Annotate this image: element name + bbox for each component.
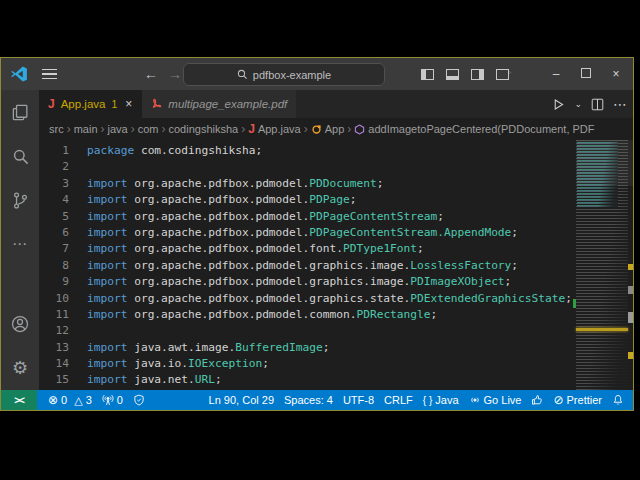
tab-problem-badge: 1 [111,98,117,110]
code-line: 7import org.apache.pdfbox.pdmodel.font.P… [39,241,569,257]
radio-tower-icon [102,394,114,406]
tab-bar: J App.java 1 × multipage_example.pdf ⌄ [39,90,633,118]
code-line: 1package com.codingshiksha; [39,143,569,159]
command-center-search[interactable]: pdfbox-example [183,63,385,86]
eol-indicator[interactable]: CRLF [379,394,418,406]
search-sidebar-icon[interactable] [1,134,39,178]
vscode-logo-icon [10,65,28,83]
toggle-sidebar-icon[interactable] [421,69,434,80]
toggle-panel-icon[interactable] [446,69,459,80]
menu-hamburger-icon[interactable] [42,69,57,80]
tab-close-icon[interactable]: × [125,97,132,111]
prettier-slash-icon: ⊘ [553,393,563,407]
remote-indicator[interactable]: >< [1,390,37,410]
code-line: 8import org.apache.pdfbox.pdmodel.graphi… [39,258,569,274]
code-line: 9import org.apache.pdfbox.pdmodel.graphi… [39,274,569,290]
code-editor[interactable]: 1package com.codingshiksha;23import org.… [39,140,633,390]
code-line: 15import java.net.URL; [39,372,569,388]
toggle-secondary-sidebar-icon[interactable] [471,69,484,80]
method-icon [354,124,365,135]
go-live-button[interactable]: Go Live [464,394,527,406]
breadcrumb-class[interactable]: App [311,123,345,135]
minimap-change-marker [573,299,576,308]
ruler-warning-marker [628,264,633,270]
tab-app-java[interactable]: J App.java 1 × [39,90,141,118]
breadcrumb: src› main› java› com› codingshiksha› J A… [39,118,633,140]
feedback-button[interactable] [526,394,548,406]
breadcrumb-method[interactable]: addImagetoPageCentered(PDDocument, PDF [354,123,594,135]
minimize-button[interactable]: – [541,67,571,81]
remote-icon: >< [14,395,24,406]
problems-indicator[interactable]: ⊗ 0 △ 3 [43,393,97,407]
status-bar: >< ⊗ 0 △ 3 0 Ln 90, Col 29 Spa [1,390,633,410]
code-line: 4import org.apache.pdfbox.pdmodel.PDPage… [39,192,569,208]
back-button[interactable]: ← [144,66,158,82]
pdf-icon [151,98,162,110]
minimap-warning-highlight [576,328,628,331]
code-line: 5import org.apache.pdfbox.pdmodel.PDPage… [39,209,569,225]
ruler-cursor-marker [628,286,633,294]
breadcrumb-main[interactable]: main [74,123,98,135]
language-mode[interactable]: { } Java [418,394,464,406]
cursor-position[interactable]: Ln 90, Col 29 [204,394,279,406]
code-line: 13import java.awt.image.BufferedImage; [39,340,569,356]
run-button[interactable] [552,98,565,111]
braces-icon: { } [423,395,432,406]
tab-label: App.java [61,98,106,110]
customize-layout-icon[interactable]: ⁘ [496,69,509,80]
code-line: 10import org.apache.pdfbox.pdmodel.graph… [39,291,569,307]
java-icon: J [48,97,55,111]
split-editor-icon[interactable] [591,98,604,111]
forward-button[interactable]: → [168,66,182,82]
breadcrumb-java[interactable]: java [108,123,128,135]
run-dropdown-chevron-icon[interactable]: ⌄ [574,99,582,109]
more-views-icon[interactable]: ⋯ [1,222,39,266]
code-line: 6import org.apache.pdfbox.pdmodel.PDPage… [39,225,569,241]
error-circle-icon: ⊗ [48,393,58,407]
notifications-bell[interactable] [607,394,629,406]
code-line: 14import java.io.IOException; [39,356,569,372]
bell-icon [612,394,624,406]
tab-multipage-pdf[interactable]: multipage_example.pdf [141,90,296,118]
thumbs-up-icon [531,394,543,406]
overview-ruler [628,140,633,390]
java-icon: J [248,122,255,136]
workspace-trust-indicator[interactable] [128,394,150,406]
tab-label: multipage_example.pdf [168,98,287,110]
prettier-indicator[interactable]: ⊘ Prettier [548,393,607,407]
editor-more-actions-icon[interactable]: ⋯ [613,96,627,112]
code-line: 2 [39,159,569,175]
settings-gear-icon[interactable]: ⚙ [1,346,39,390]
ports-indicator[interactable]: 0 [97,394,128,406]
breadcrumb-src[interactable]: src [49,123,64,135]
title-bar: ← → pdfbox-example ⁘ – × [1,58,633,90]
code-lines: 1package com.codingshiksha;23import org.… [39,143,569,389]
explorer-icon[interactable] [1,90,39,134]
class-icon [311,124,322,135]
source-control-icon[interactable] [1,178,39,222]
warning-triangle-icon: △ [74,394,82,407]
minimap-slider[interactable] [576,140,633,186]
ruler-cursor-marker [628,312,633,323]
breadcrumb-file[interactable]: J App.java [248,122,301,136]
search-value: pdfbox-example [253,69,331,81]
activity-bar: ⋯ ⚙ [1,90,39,390]
breadcrumb-com[interactable]: com [138,123,159,135]
shield-check-icon [133,394,145,406]
search-icon [237,69,248,80]
code-line: 3import org.apache.pdfbox.pdmodel.PDDocu… [39,176,569,192]
screen: ← → pdfbox-example ⁘ – × [0,0,640,480]
maximize-button[interactable] [571,67,601,81]
indentation-indicator[interactable]: Spaces: 4 [279,394,338,406]
ruler-warning-marker [628,352,633,359]
account-icon[interactable] [1,302,39,346]
vscode-window: ← → pdfbox-example ⁘ – × [0,57,634,411]
minimap[interactable] [576,140,628,390]
code-line: 12 [39,323,569,339]
broadcast-icon [469,394,481,406]
close-window-button[interactable]: × [601,67,631,81]
code-line: 11import org.apache.pdfbox.pdmodel.commo… [39,307,569,323]
breadcrumb-codingshiksha[interactable]: codingshiksha [168,123,238,135]
encoding-indicator[interactable]: UTF-8 [338,394,379,406]
